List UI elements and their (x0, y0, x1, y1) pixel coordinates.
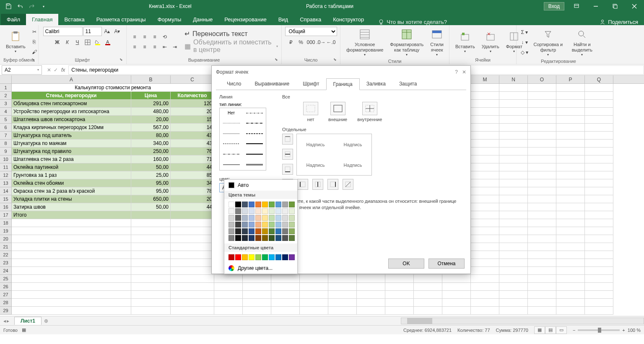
cell[interactable] (528, 227, 556, 235)
cell[interactable] (471, 219, 499, 227)
cell[interactable] (556, 267, 585, 275)
cell[interactable] (556, 116, 585, 124)
autosum-icon[interactable]: Σ ▾ (520, 28, 529, 37)
cell[interactable] (499, 299, 528, 307)
cell[interactable] (414, 307, 442, 315)
cell[interactable] (499, 171, 528, 179)
cell[interactable] (499, 84, 528, 92)
line-style-option[interactable] (220, 160, 243, 169)
cell[interactable] (471, 116, 499, 124)
color-swatch[interactable] (229, 222, 234, 228)
borders-button[interactable] (83, 38, 92, 47)
format-painter-icon[interactable]: 🖌 (30, 47, 39, 57)
maximize-icon[interactable] (605, 0, 625, 13)
cell[interactable]: Калькулятор стоимости ремонта (12, 84, 214, 92)
cell[interactable] (499, 219, 528, 227)
cell[interactable] (499, 291, 528, 299)
row-header[interactable]: 18 (0, 219, 12, 227)
cell[interactable] (528, 267, 556, 275)
row-header[interactable]: 28 (0, 299, 12, 307)
color-swatch[interactable] (255, 235, 261, 241)
row-header[interactable]: 2 (0, 92, 12, 100)
cell[interactable] (131, 227, 171, 235)
cell[interactable] (414, 275, 442, 283)
line-style-option[interactable] (243, 108, 266, 118)
cell[interactable]: Грунтовка за 1 раз (12, 171, 131, 179)
format-as-table-button[interactable]: Форматировать как таблицу▾ (387, 27, 426, 58)
name-box[interactable]: A2▾ (2, 65, 42, 75)
decrease-decimal-icon[interactable]: ←.0 (327, 38, 336, 47)
number-format-select[interactable]: Общий (285, 27, 337, 36)
cell[interactable] (499, 259, 528, 267)
row-header[interactable]: 9 (0, 147, 12, 155)
sheet-tab[interactable]: Лист1 (14, 317, 42, 325)
cell[interactable] (528, 187, 556, 195)
cell[interactable] (471, 307, 499, 315)
line-style-none[interactable]: Нет (220, 108, 243, 118)
zoom-level[interactable]: 100 % (628, 328, 641, 333)
row-header[interactable]: 26 (0, 283, 12, 291)
cell[interactable]: Шпатлевка стен за 2 раза (12, 155, 131, 163)
cell[interactable]: 78 (171, 187, 214, 195)
align-right-icon[interactable]: ≡ (150, 42, 159, 52)
sort-filter-button[interactable]: Сортировка и фильтр▾ (531, 27, 566, 58)
cell[interactable] (556, 100, 585, 108)
cell[interactable] (442, 291, 471, 299)
cell[interactable] (528, 235, 556, 243)
row-header[interactable]: 14 (0, 187, 12, 195)
cell[interactable] (12, 275, 131, 283)
color-swatch[interactable] (262, 215, 268, 221)
cell[interactable] (131, 267, 171, 275)
fx-icon[interactable]: fx (61, 67, 65, 73)
cell[interactable] (585, 203, 613, 211)
cell[interactable] (528, 163, 556, 171)
cell[interactable]: 650,00 (131, 195, 171, 203)
cell[interactable] (271, 283, 300, 291)
cell[interactable] (585, 84, 613, 92)
enter-formula-icon[interactable]: ✓ (54, 67, 58, 73)
cell[interactable] (357, 275, 385, 283)
color-swatch[interactable] (275, 208, 281, 214)
color-swatch[interactable] (255, 215, 261, 221)
color-swatch[interactable] (282, 254, 288, 260)
cell[interactable] (499, 92, 528, 100)
cell[interactable] (300, 291, 328, 299)
cell[interactable] (471, 195, 499, 203)
color-swatch[interactable] (242, 228, 248, 234)
cell[interactable] (12, 267, 131, 275)
align-center-icon[interactable]: ≡ (140, 42, 149, 52)
row-header[interactable]: 13 (0, 179, 12, 187)
cell[interactable] (171, 283, 214, 291)
line-style-palette[interactable]: Нет (219, 108, 266, 171)
cell[interactable] (556, 243, 585, 251)
cell[interactable] (528, 108, 556, 116)
border-right-button[interactable] (327, 179, 338, 190)
cell[interactable] (328, 283, 357, 291)
cell[interactable] (556, 299, 585, 307)
orientation-icon[interactable]: ⟲ (160, 32, 169, 41)
cell[interactable] (243, 299, 271, 307)
cell[interactable] (442, 299, 471, 307)
cell[interactable] (471, 187, 499, 195)
clipboard-launcher-icon[interactable]: ⬊ (31, 57, 36, 62)
cell[interactable]: Облицовка стен гипсокартоном (12, 100, 131, 108)
color-swatch[interactable] (282, 222, 288, 228)
insert-cells-button[interactable]: Вставить▾ (453, 29, 478, 54)
cell[interactable]: 20 (171, 195, 214, 203)
cell[interactable] (12, 251, 131, 259)
align-left-icon[interactable]: ≡ (130, 42, 139, 52)
cell[interactable] (556, 235, 585, 243)
cell[interactable]: Устройство перегородки из гипсокартона (12, 108, 131, 116)
row-header[interactable]: 21 (0, 243, 12, 251)
cell[interactable] (471, 235, 499, 243)
cell[interactable] (585, 92, 613, 100)
cell[interactable] (499, 275, 528, 283)
cell[interactable] (12, 291, 131, 299)
color-swatch[interactable] (282, 228, 288, 234)
cell[interactable] (528, 291, 556, 299)
column-header[interactable]: B (131, 75, 171, 83)
cell[interactable] (214, 283, 243, 291)
cell[interactable] (528, 259, 556, 267)
cell[interactable] (471, 92, 499, 100)
cell[interactable] (528, 203, 556, 211)
